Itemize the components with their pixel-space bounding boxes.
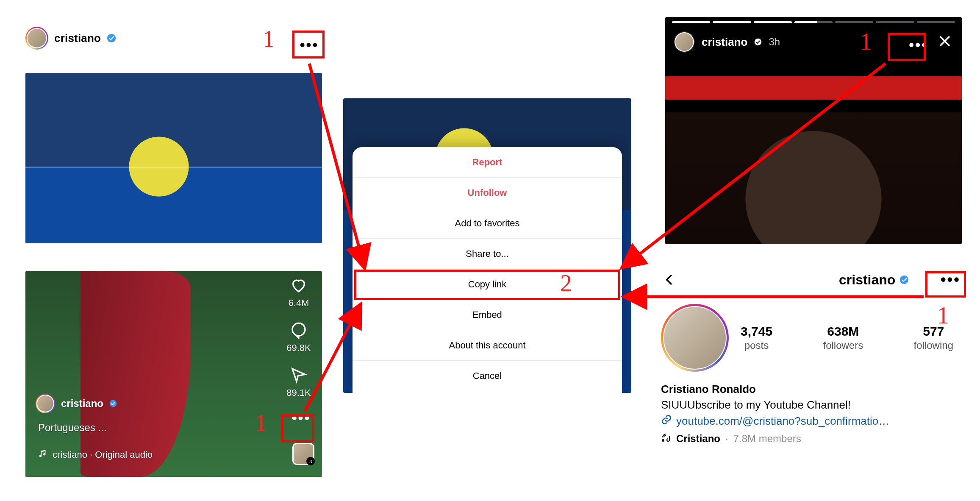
heart-icon xyxy=(289,276,308,295)
reel-caption[interactable]: Portugueses ... xyxy=(38,422,106,434)
action-sheet-copy-link[interactable]: Copy link xyxy=(353,269,622,300)
link-icon xyxy=(661,414,672,428)
svg-point-5 xyxy=(662,440,664,441)
profile-stat-posts[interactable]: 3,745 posts xyxy=(741,324,772,351)
reel-likes-count: 6.4M xyxy=(289,298,309,309)
reel-comments[interactable]: 69.8K xyxy=(286,320,311,353)
verified-badge-icon xyxy=(107,33,116,43)
profile-more-button[interactable]: ••• xyxy=(941,271,966,289)
verified-badge-icon xyxy=(899,275,909,284)
profile-stat-followers[interactable]: 638M followers xyxy=(823,324,863,351)
action-sheet-report[interactable]: Report xyxy=(353,147,622,178)
story-more-button[interactable]: ••• xyxy=(909,36,928,53)
story-username[interactable]: cristiano xyxy=(702,36,747,49)
share-icon xyxy=(289,365,308,385)
feed-post-more-button[interactable]: ••• xyxy=(297,34,322,55)
svg-point-2 xyxy=(110,400,117,407)
profile-username[interactable]: cristiano xyxy=(839,272,895,288)
reel-author-row[interactable]: cristiano xyxy=(36,394,117,413)
story-timestamp: 3h xyxy=(769,36,780,48)
profile-link-text: youtube.com/@cristiano?sub_confirmatio… xyxy=(676,415,889,428)
music-note-icon xyxy=(38,449,47,461)
feed-post-avatar[interactable] xyxy=(25,27,48,50)
action-sheet-about-account[interactable]: About this account xyxy=(353,330,622,361)
profile-avatar[interactable] xyxy=(661,304,729,372)
reel-audio-thumbnail[interactable] xyxy=(292,443,314,465)
reel-viewer: 6.4M 69.8K 89.1K cristiano xyxy=(25,271,322,477)
story-viewer[interactable]: cristiano 3h ••• xyxy=(665,17,962,244)
broadcast-channel-members: 7.8M members xyxy=(733,433,801,445)
profile-link[interactable]: youtube.com/@cristiano?sub_confirmatio… xyxy=(661,414,966,428)
back-button[interactable] xyxy=(661,271,678,288)
reel-audio-row[interactable]: cristiano · Original audio xyxy=(38,449,153,461)
reel-more-button[interactable]: ••• xyxy=(291,409,312,426)
profile-stat-following[interactable]: 577 following xyxy=(914,324,953,351)
story-avatar[interactable] xyxy=(674,31,695,53)
action-sheet-share-to[interactable]: Share to... xyxy=(353,239,622,269)
svg-point-4 xyxy=(900,276,908,284)
action-sheet-backdrop: Report Unfollow Add to favorites Share t… xyxy=(343,98,631,393)
broadcast-channel-name: Cristiano xyxy=(676,433,720,445)
verified-badge-icon xyxy=(754,38,762,46)
verified-badge-icon xyxy=(109,400,117,407)
comment-icon xyxy=(289,320,308,340)
action-sheet-embed[interactable]: Embed xyxy=(353,300,622,330)
action-sheet-add-favorites[interactable]: Add to favorites xyxy=(353,208,622,239)
profile-display-name: Cristiano Ronaldo xyxy=(661,383,966,396)
reel-username: cristiano xyxy=(61,398,103,409)
svg-point-1 xyxy=(292,323,305,336)
story-progress-bars xyxy=(672,21,955,23)
reel-shares-count: 89.1K xyxy=(286,387,311,398)
svg-point-3 xyxy=(755,39,762,46)
reel-audio-label: cristiano · Original audio xyxy=(53,449,153,460)
broadcast-channel-icon xyxy=(661,432,671,445)
story-media xyxy=(665,64,962,244)
svg-point-0 xyxy=(107,34,116,42)
story-close-button[interactable] xyxy=(936,32,954,53)
profile-bio: SIUUUbscribe to my Youtube Channel! xyxy=(661,398,966,412)
action-sheet-cancel[interactable]: Cancel xyxy=(353,361,622,391)
reel-comments-count: 69.8K xyxy=(286,342,311,353)
reel-shares[interactable]: 89.1K xyxy=(286,365,311,398)
feed-post-username[interactable]: cristiano xyxy=(54,32,101,45)
reel-likes[interactable]: 6.4M xyxy=(289,276,309,309)
profile-page: cristiano ••• 3,745 posts 638M followers xyxy=(661,269,966,445)
feed-post-header: cristiano xyxy=(25,25,322,51)
action-sheet-unfollow[interactable]: Unfollow xyxy=(353,178,622,208)
feed-post-media[interactable] xyxy=(25,73,322,243)
profile-broadcast-channel[interactable]: Cristiano · 7.8M members xyxy=(661,432,966,445)
action-sheet: Report Unfollow Add to favorites Share t… xyxy=(353,147,622,393)
